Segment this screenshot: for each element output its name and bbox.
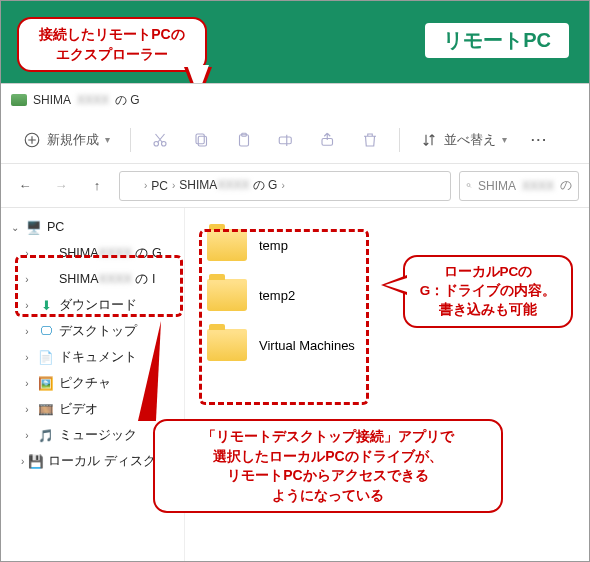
documents-icon: 📄	[37, 349, 55, 365]
disk-icon: 💾	[28, 453, 44, 469]
desktop-icon: 🖵	[37, 323, 55, 339]
search-input[interactable]: SHIMAXXXX の	[459, 171, 579, 201]
svg-rect-4	[196, 134, 204, 144]
chevron-right-icon: ›	[281, 180, 284, 191]
separator	[130, 128, 131, 152]
pc-icon: 🖥️	[25, 219, 43, 235]
navigation-row: ← → ↑ › PC › SHIMAXXXX の G › SHIMAXXXX の	[1, 164, 589, 208]
command-toolbar: 新規作成 ▾ 並べ替え ▾ ···	[1, 116, 589, 164]
sort-button-label: 並べ替え	[444, 131, 496, 149]
window-title-suffix: の G	[115, 92, 140, 109]
cut-button[interactable]	[141, 125, 179, 155]
tree-item-downloads[interactable]: › ⬇ ダウンロード	[3, 292, 182, 318]
svg-point-9	[467, 184, 470, 187]
music-icon: 🎵	[37, 427, 55, 443]
sort-button[interactable]: 並べ替え ▾	[410, 125, 517, 155]
caret-right-icon: ›	[21, 326, 33, 337]
tree-item-remote-g[interactable]: › SHIMAXXXX の G	[3, 240, 182, 266]
redacted-text: XXXX	[522, 179, 554, 193]
tree-item-pc[interactable]: ⌄ 🖥️ PC	[3, 214, 182, 240]
breadcrumb-segment[interactable]: SHIMAXXXX の G	[179, 177, 277, 194]
window-title-prefix: SHIMA	[33, 93, 71, 107]
bubble-tail-icon	[381, 275, 407, 295]
tree-label: ドキュメント	[59, 349, 137, 366]
annotation-text: G：ドライブの内容。	[419, 282, 557, 301]
tree-label: ピクチャ	[59, 375, 111, 392]
more-button[interactable]: ···	[521, 126, 558, 153]
caret-right-icon: ›	[21, 274, 33, 285]
annotation-text: 「リモートデスクトップ接続」アプリで	[169, 427, 487, 447]
tree-label: ミュージック	[59, 427, 137, 444]
caret-right-icon: ›	[21, 378, 33, 389]
rename-icon	[277, 131, 295, 149]
annotation-remote-explorer: 接続したリモートPCの エクスプローラー	[17, 17, 207, 72]
breadcrumb[interactable]: › PC › SHIMAXXXX の G ›	[119, 171, 451, 201]
folder-name: temp2	[259, 288, 295, 303]
copy-button[interactable]	[183, 125, 221, 155]
folder-icon	[207, 229, 247, 261]
arrow-right-icon: →	[55, 178, 68, 193]
plus-circle-icon	[23, 131, 41, 149]
breadcrumb-segment[interactable]: PC	[151, 179, 168, 193]
annotation-text: リモートPCからアクセスできる	[169, 466, 487, 486]
share-icon	[319, 131, 337, 149]
back-button[interactable]: ←	[11, 172, 39, 200]
annotation-text: エクスプローラー	[33, 45, 191, 65]
chevron-right-icon: ›	[172, 180, 175, 191]
new-button[interactable]: 新規作成 ▾	[13, 125, 120, 155]
new-button-label: 新規作成	[47, 131, 99, 149]
annotation-text: ローカルPCの	[419, 263, 557, 282]
cut-icon	[151, 131, 169, 149]
drive-icon	[11, 94, 27, 106]
annotation-text: 選択したローカルPCのドライブが、	[169, 447, 487, 467]
caret-right-icon: ›	[21, 456, 24, 467]
remote-drive-icon	[37, 271, 55, 287]
tree-label: SHIMAXXXX の I	[59, 271, 155, 288]
copy-icon	[193, 131, 211, 149]
redacted-text: XXXX	[77, 93, 109, 107]
drive-icon	[126, 180, 140, 191]
svg-rect-3	[198, 136, 206, 146]
tree-label: デスクトップ	[59, 323, 137, 340]
downloads-icon: ⬇	[37, 297, 55, 313]
chevron-down-icon: ▾	[105, 134, 110, 145]
annotation-local-g-drive: ローカルPCの G：ドライブの内容。 書き込みも可能	[403, 255, 573, 328]
paste-icon	[235, 131, 253, 149]
caret-right-icon: ›	[21, 404, 33, 415]
rename-button[interactable]	[267, 125, 305, 155]
forward-button[interactable]: →	[47, 172, 75, 200]
annotation-text: 接続したリモートPCの	[33, 25, 191, 45]
separator	[399, 128, 400, 152]
folder-icon	[207, 279, 247, 311]
tree-item-remote-i[interactable]: › SHIMAXXXX の I	[3, 266, 182, 292]
tree-label: ダウンロード	[59, 297, 137, 314]
annotation-text: 書き込みも可能	[419, 301, 557, 320]
search-icon	[466, 179, 472, 192]
arrow-up-icon: ↑	[94, 178, 101, 193]
redacted-text: XXXX	[217, 178, 249, 192]
folder-name: Virtual Machines	[259, 338, 355, 353]
window-titlebar: SHIMAXXXX の G	[1, 84, 589, 116]
chevron-right-icon: ›	[144, 180, 147, 191]
tree-label: SHIMAXXXX の G	[59, 245, 162, 262]
videos-icon: 🎞️	[37, 401, 55, 417]
chevron-down-icon: ▾	[502, 134, 507, 145]
folder-name: temp	[259, 238, 288, 253]
caret-down-icon: ⌄	[9, 222, 21, 233]
caret-right-icon: ›	[21, 352, 33, 363]
tree-label: PC	[47, 220, 64, 234]
folder-icon	[207, 329, 247, 361]
tree-label: ビデオ	[59, 401, 98, 418]
up-button[interactable]: ↑	[83, 172, 111, 200]
trash-icon	[361, 131, 379, 149]
share-button[interactable]	[309, 125, 347, 155]
caret-right-icon: ›	[21, 430, 33, 441]
arrow-left-icon: ←	[19, 178, 32, 193]
remote-pc-label: リモートPC	[423, 21, 571, 60]
paste-button[interactable]	[225, 125, 263, 155]
caret-right-icon: ›	[21, 300, 33, 311]
annotation-remote-desktop-explain: 「リモートデスクトップ接続」アプリで 選択したローカルPCのドライブが、 リモー…	[153, 419, 503, 513]
annotation-text: ようになっている	[169, 486, 487, 506]
caret-right-icon: ›	[21, 248, 33, 259]
delete-button[interactable]	[351, 125, 389, 155]
